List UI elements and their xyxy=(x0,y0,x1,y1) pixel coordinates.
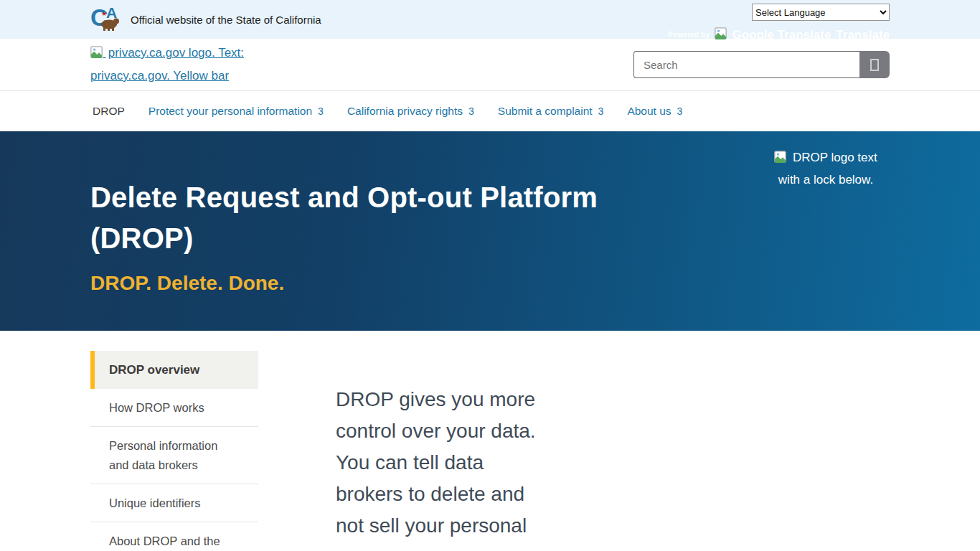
chevron-down-icon: 3 xyxy=(677,105,683,117)
svg-text:★: ★ xyxy=(101,10,107,17)
broken-image-icon xyxy=(715,27,727,42)
broken-image-icon xyxy=(774,152,790,166)
site-header: privacy.ca.gov logo. Text: privacy.ca.go… xyxy=(0,39,980,91)
sidebar-item-personal-information-and-data-brokers[interactable]: Personal information and data brokers xyxy=(90,427,258,484)
hero-banner: Delete Request and Opt-out Platform (DRO… xyxy=(0,131,980,331)
ca-gov-brand: C A ★ Official website of the State of C… xyxy=(90,0,321,39)
svg-text:A: A xyxy=(106,4,117,21)
sidebar-item-how-drop-works[interactable]: How DROP works xyxy=(90,389,258,427)
nav-item-label: About us xyxy=(627,105,671,118)
nav-item-california-privacy-rights[interactable]: California privacy rights 3 xyxy=(347,105,474,118)
intro-paragraph: DROP gives you more control over your da… xyxy=(336,384,552,542)
sidebar-item-label: About DROP and the Delete Act xyxy=(109,534,220,551)
google-translate-widget: Select Language Powered by Google Transl… xyxy=(660,0,890,39)
nav-item-label: Protect your personal information xyxy=(149,105,312,118)
ca-state-logo-icon: C A ★ xyxy=(90,4,122,35)
official-website-text: Official website of the State of Califor… xyxy=(131,14,321,26)
site-logo-alt-text: privacy.ca.gov logo. Text: privacy.ca.go… xyxy=(90,46,244,83)
powered-by-label: Powered by xyxy=(668,31,710,39)
sidebar-item-drop-overview[interactable]: DROP overview xyxy=(90,351,258,389)
translate-powered-row: Powered by Google Translate Translate xyxy=(660,21,890,42)
chevron-down-icon: 3 xyxy=(598,105,604,117)
sidebar-item-label: Personal information and data brokers xyxy=(109,439,217,471)
search-input[interactable] xyxy=(633,51,859,78)
nav-item-protect-personal-information[interactable]: Protect your personal information 3 xyxy=(149,105,324,118)
chevron-down-icon: 3 xyxy=(468,105,474,117)
sidebar-item-label: How DROP works xyxy=(109,401,204,414)
nav-item-drop[interactable]: DROP xyxy=(93,105,125,118)
nav-item-about-us[interactable]: About us 3 xyxy=(627,105,682,118)
nav-item-label: Submit a complaint xyxy=(498,105,593,118)
nav-item-submit-a-complaint[interactable]: Submit a complaint 3 xyxy=(498,105,604,118)
site-logo-broken-image-link[interactable]: privacy.ca.gov logo. Text: privacy.ca.go… xyxy=(90,42,266,87)
chevron-down-icon: 3 xyxy=(318,105,324,117)
section-sidebar: DROP overview How DROP works Personal in… xyxy=(90,351,258,551)
sidebar-item-about-drop-and-the-delete-act[interactable]: About DROP and the Delete Act xyxy=(90,522,258,551)
drop-logo-alt-text: DROP logo text with a lock below. xyxy=(778,151,877,187)
translate-link[interactable]: Translate xyxy=(836,28,890,42)
sidebar-item-label: Unique identifiers xyxy=(109,496,201,509)
drop-logo-broken-image: DROP logo text with a lock below. xyxy=(762,131,890,295)
nav-item-label: DROP xyxy=(93,105,125,118)
search-icon xyxy=(870,59,879,71)
sidebar-item-label: DROP overview xyxy=(109,363,199,377)
nav-item-label: California privacy rights xyxy=(347,105,463,118)
search-bar xyxy=(633,51,890,78)
google-translate-label: Google Translate xyxy=(732,28,831,42)
page-title: Delete Request and Opt-out Platform (DRO… xyxy=(90,177,679,259)
sidebar-item-unique-identifiers[interactable]: Unique identifiers xyxy=(90,484,258,522)
search-button[interactable] xyxy=(859,51,890,78)
utility-bar: C A ★ Official website of the State of C… xyxy=(0,0,980,39)
language-select[interactable]: Select Language xyxy=(752,4,890,21)
hero-tagline: DROP. Delete. Done. xyxy=(90,272,679,295)
primary-nav: DROP Protect your personal information 3… xyxy=(0,91,980,131)
main-content: DROP gives you more control over your da… xyxy=(336,351,552,551)
broken-image-icon xyxy=(90,47,106,61)
